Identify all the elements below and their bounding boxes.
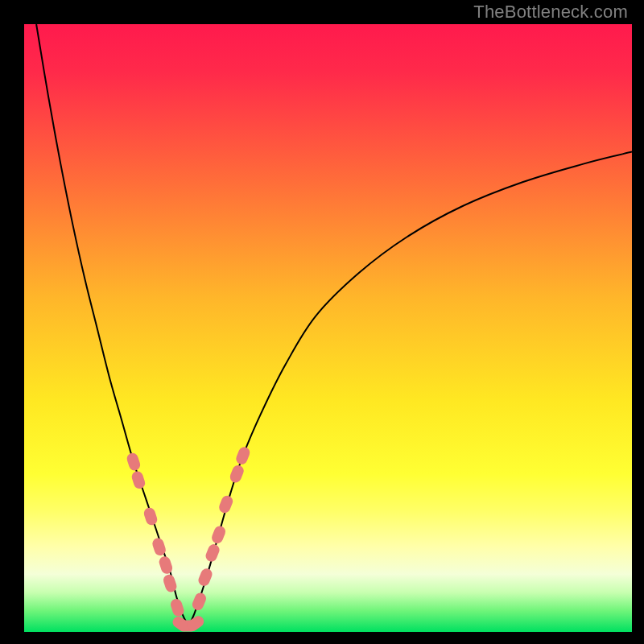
svg-rect-9 xyxy=(204,543,221,564)
svg-rect-1 xyxy=(130,470,147,490)
curve-marker xyxy=(234,445,251,466)
svg-rect-5 xyxy=(162,573,178,593)
curve-marker xyxy=(162,573,178,593)
svg-rect-11 xyxy=(217,494,234,515)
curve-marker xyxy=(229,464,246,485)
svg-rect-13 xyxy=(234,445,251,466)
curve-marker xyxy=(191,591,208,612)
curve-marker xyxy=(142,506,159,526)
curve-marker xyxy=(210,524,227,545)
plot-area xyxy=(24,24,632,632)
svg-rect-4 xyxy=(158,555,174,575)
curve-marker xyxy=(217,494,234,515)
svg-rect-0 xyxy=(126,452,142,472)
bottleneck-curve xyxy=(36,24,188,625)
bottleneck-curve xyxy=(188,152,632,626)
watermark-text: TheBottleneck.com xyxy=(473,2,628,23)
svg-rect-12 xyxy=(229,464,246,485)
curve-marker xyxy=(130,470,147,490)
svg-rect-8 xyxy=(196,567,213,588)
curve-marker xyxy=(204,543,221,564)
svg-rect-2 xyxy=(142,506,159,526)
plot-overlay xyxy=(24,24,632,632)
svg-rect-10 xyxy=(210,524,227,545)
curve-marker xyxy=(126,452,142,472)
svg-rect-7 xyxy=(191,591,208,612)
curve-marker xyxy=(158,555,174,575)
curve-marker xyxy=(196,567,213,588)
canvas-frame: TheBottleneck.com xyxy=(0,0,644,644)
